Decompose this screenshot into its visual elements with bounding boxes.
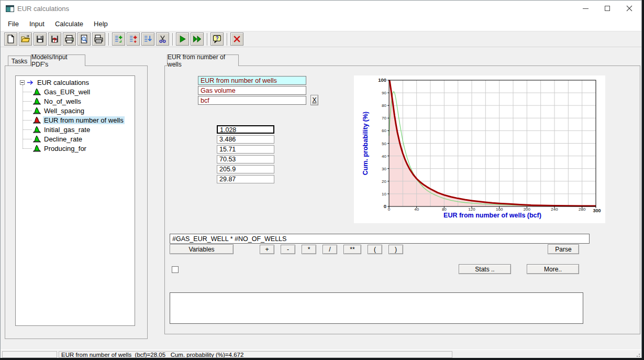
stats-button[interactable]: Stats .. bbox=[459, 264, 511, 274]
dist-green-distribution-icon bbox=[33, 126, 41, 133]
toolbar-update-row-button[interactable] bbox=[141, 32, 154, 46]
resize-grip[interactable] bbox=[635, 352, 640, 357]
tree-item-label: Initial_gas_rate bbox=[43, 126, 91, 134]
cut-icon bbox=[158, 35, 167, 43]
p99-field[interactable]: 1.028 bbox=[217, 125, 274, 134]
toolbar-help-button[interactable]: ? bbox=[210, 32, 224, 46]
toolbar-insert-row-button[interactable] bbox=[112, 32, 125, 46]
p50-field[interactable]: 15.71 bbox=[217, 145, 274, 154]
clear-unit-button[interactable]: X bbox=[310, 95, 318, 105]
menu-calculate[interactable]: Calculate bbox=[50, 17, 88, 30]
tree-item-label: No_of_wells bbox=[43, 97, 82, 105]
mean-field[interactable]: 29.87 bbox=[217, 175, 274, 183]
y-tick-label: 70 bbox=[382, 116, 386, 121]
x-tick-label: 120 bbox=[468, 207, 475, 212]
toolbar-save-button[interactable] bbox=[34, 32, 47, 46]
toolbar-save-as-button[interactable]: ? bbox=[48, 32, 61, 46]
x-tick-label: 300 bbox=[593, 208, 601, 213]
name-field[interactable]: EUR from number of wells bbox=[198, 76, 306, 85]
toolbar: ?? bbox=[1, 31, 641, 47]
toolbar-open-button[interactable] bbox=[19, 32, 32, 46]
chart-svg: 0102030405060708090100040801201602002402… bbox=[354, 75, 605, 223]
p10-field[interactable]: 70.53 bbox=[217, 155, 274, 163]
no-unit-conversions-checkbox[interactable] bbox=[172, 266, 179, 273]
toolbar-separator bbox=[227, 33, 227, 46]
equation-field[interactable]: #GAS_EUR_WELL * #NO_OF_WELLS bbox=[170, 234, 590, 244]
minimize-button[interactable] bbox=[574, 1, 596, 16]
operator-button-+[interactable]: + bbox=[260, 245, 274, 254]
y-tick-label: 40 bbox=[382, 154, 386, 159]
p1-field[interactable]: 205.9 bbox=[217, 165, 274, 173]
distribution-chart[interactable]: 0102030405060708090100040801201602002402… bbox=[354, 75, 605, 223]
unit-field[interactable]: bcf bbox=[198, 96, 306, 105]
y-tick-label: 60 bbox=[382, 128, 386, 133]
parse-button[interactable]: Parse bbox=[548, 244, 579, 254]
tree-item-initial-gas-rate[interactable]: Initial_gas_rate bbox=[16, 125, 135, 134]
operator-button--[interactable]: - bbox=[281, 245, 295, 254]
x-axis-title: EUR from number of wells (bcf) bbox=[443, 212, 541, 219]
svg-text:?: ? bbox=[53, 36, 57, 43]
toolbar-print-button[interactable] bbox=[63, 32, 76, 46]
screen: EUR calculations FileInputCalculateHelp … bbox=[0, 0, 644, 360]
toolbar-cut-button[interactable] bbox=[156, 32, 169, 46]
menu-file[interactable]: File bbox=[3, 17, 24, 30]
window-title: EUR calculations bbox=[17, 5, 69, 13]
comments-field[interactable] bbox=[170, 292, 583, 324]
minimize-icon bbox=[583, 8, 589, 9]
operator-button-)[interactable]: ) bbox=[388, 245, 403, 254]
operator-button-**[interactable]: ** bbox=[343, 245, 361, 254]
dist-red-distribution-icon bbox=[33, 116, 41, 124]
status-cell-blank bbox=[2, 351, 57, 358]
tree-item-producing-for[interactable]: Producing_for bbox=[16, 144, 135, 153]
tab-tasks[interactable]: Tasks bbox=[8, 56, 31, 66]
y-tick-label: 90 bbox=[382, 91, 386, 95]
print-setup-icon bbox=[94, 35, 103, 43]
tab-models-input-pdfs[interactable]: Models/Input PDF's bbox=[31, 54, 85, 66]
maximize-button[interactable] bbox=[596, 1, 618, 16]
variables-button[interactable]: Variables bbox=[170, 244, 234, 254]
save-icon bbox=[36, 35, 45, 43]
tree-item-no-of-wells[interactable]: No_of_wells bbox=[16, 96, 135, 106]
dist-green-distribution-icon bbox=[33, 97, 41, 105]
app-window: EUR calculations FileInputCalculateHelp … bbox=[0, 0, 642, 358]
toolbar-run-button[interactable] bbox=[176, 32, 189, 46]
menu-help[interactable]: Help bbox=[88, 17, 113, 30]
p90-field[interactable]: 3.486 bbox=[217, 135, 274, 144]
y-tick-label: 20 bbox=[382, 179, 386, 184]
collapse-expander[interactable] bbox=[20, 80, 25, 85]
blue-arrow-icon bbox=[27, 80, 34, 85]
svg-text:?: ? bbox=[215, 36, 218, 41]
more-button[interactable]: More.. bbox=[527, 264, 579, 274]
dist-green-distribution-icon bbox=[33, 107, 41, 114]
toolbar-print-setup-button[interactable] bbox=[92, 32, 105, 46]
toolbar-new-button[interactable] bbox=[4, 32, 17, 46]
title-bar: EUR calculations bbox=[1, 1, 641, 16]
toolbar-exit-button[interactable] bbox=[230, 32, 243, 46]
operator-button-*[interactable]: * bbox=[302, 245, 316, 254]
menu-input[interactable]: Input bbox=[24, 17, 50, 30]
x-tick-label: 160 bbox=[496, 207, 503, 212]
close-button[interactable] bbox=[618, 1, 640, 16]
series-field[interactable]: Gas volume bbox=[198, 86, 306, 95]
toolbar-print-preview-button[interactable] bbox=[77, 32, 91, 46]
operator-button-([interactable]: ( bbox=[368, 245, 382, 254]
tree-item-well-spacing[interactable]: Well_spacing bbox=[16, 106, 135, 115]
toolbar-run-all-button[interactable] bbox=[191, 32, 204, 46]
toolbar-separator bbox=[207, 33, 207, 46]
help-icon: ? bbox=[213, 35, 221, 43]
y-tick-label: 30 bbox=[382, 167, 386, 171]
status-bar: EUR from number of wells (bcf)=28.05 Cum… bbox=[1, 350, 641, 358]
tab-eur-from-number-of-wells[interactable]: EUR from number of wells bbox=[167, 54, 239, 66]
tree-item-label: Decline_rate bbox=[43, 135, 83, 143]
tree-item-eur-from-number-of-wells[interactable]: EUR from number of wells bbox=[16, 115, 135, 125]
operator-button-/[interactable]: / bbox=[323, 245, 337, 254]
menu-bar: FileInputCalculateHelp bbox=[1, 16, 641, 31]
toolbar-delete-row-button[interactable] bbox=[127, 32, 140, 46]
dist-green-distribution-icon bbox=[33, 135, 41, 143]
new-icon bbox=[6, 35, 15, 43]
tree-root[interactable]: EUR calculations bbox=[16, 78, 135, 87]
tree-item-gas-eur-well[interactable]: Gas_EUR_well bbox=[16, 87, 135, 96]
tree-root-label: EUR calculations bbox=[36, 79, 90, 86]
model-tree: EUR calculationsGas_EUR_wellNo_of_wellsW… bbox=[15, 75, 135, 326]
tree-item-decline-rate[interactable]: Decline_rate bbox=[16, 134, 135, 144]
